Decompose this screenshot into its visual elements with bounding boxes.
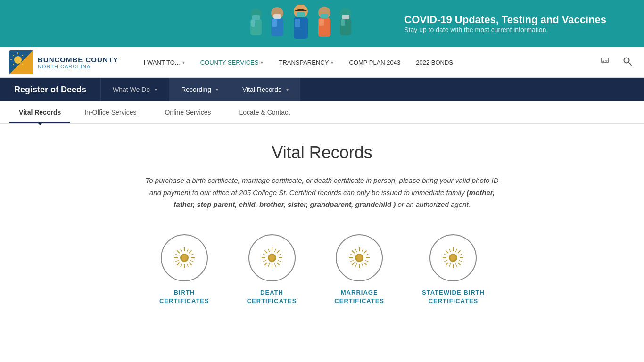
nav-icons: A 文: [598, 54, 635, 71]
svg-rect-6: [272, 19, 277, 27]
svg-line-68: [263, 254, 266, 255]
svg-line-66: [268, 263, 269, 267]
sub-menu-locate-contact[interactable]: Locate & Contact: [225, 101, 304, 123]
birth-cert-icon-circle: [161, 234, 208, 281]
nav-item-comp-plan[interactable]: COMP PLAN 2043: [342, 55, 407, 70]
nav-item-transparency[interactable]: TRANSPARENCY ▾: [272, 55, 340, 70]
covid-subtitle: Stay up to date with the most current in…: [404, 26, 606, 33]
svg-rect-19: [342, 15, 349, 19]
sub-menu-in-office-services[interactable]: In-Office Services: [70, 101, 150, 123]
svg-line-105: [449, 248, 451, 252]
svg-line-80: [362, 248, 363, 252]
secondary-navigation: Register of Deeds What We Do ▾ Recording…: [0, 78, 644, 101]
svg-line-84: [355, 263, 357, 267]
page-description: To purchase a birth certificate, marriag…: [145, 174, 499, 211]
chevron-down-icon: ▾: [261, 60, 263, 65]
svg-line-104: [444, 254, 447, 255]
svg-line-44: [187, 248, 188, 252]
svg-rect-7: [273, 14, 281, 19]
sec-nav-recording[interactable]: Recording ▾: [169, 78, 230, 101]
svg-line-37: [189, 250, 192, 253]
site-logo[interactable]: BUNCOMBE COUNTY NORTH CAROLINA: [9, 50, 118, 74]
svg-line-83: [362, 263, 363, 267]
covid-banner[interactable]: COVID-19 Updates, Testing and Vaccines S…: [0, 0, 644, 47]
svg-line-75: [364, 262, 367, 265]
svg-line-46: [190, 260, 193, 262]
sub-menu-online-services[interactable]: Online Services: [150, 101, 225, 123]
page-title: Vital Records: [9, 143, 635, 163]
svg-line-91: [458, 250, 461, 253]
svg-line-101: [456, 263, 457, 267]
svg-rect-15: [321, 14, 328, 18]
death-cert-icon-circle: [248, 234, 296, 281]
svg-line-69: [268, 248, 269, 252]
statewide-birth-certificates-card[interactable]: STATEWIDE BIRTH CERTIFICATES: [422, 234, 485, 305]
chevron-down-icon: ▾: [155, 87, 157, 92]
birth-cert-label: BIRTH CERTIFICATES: [159, 288, 209, 305]
svg-point-71: [269, 255, 275, 261]
sec-nav-vital-records[interactable]: Vital Records ▾: [230, 78, 300, 101]
statewide-birth-cert-label: STATEWIDE BIRTH CERTIFICATES: [422, 288, 485, 305]
svg-line-35: [629, 62, 632, 65]
svg-line-93: [458, 262, 461, 265]
birth-certificates-card[interactable]: BIRTH CERTIFICATES: [159, 234, 209, 305]
svg-line-98: [456, 248, 457, 252]
svg-line-61: [264, 250, 267, 253]
cards-row: BIRTH CERTIFICATES: [9, 234, 635, 305]
svg-line-51: [181, 248, 182, 252]
death-cert-seal-icon: [260, 246, 284, 270]
svg-point-53: [182, 255, 187, 261]
marriage-cert-icon-circle: [336, 234, 383, 281]
main-navigation: BUNCOMBE COUNTY NORTH CAROLINA I WANT TO…: [0, 47, 644, 78]
register-of-deeds-brand: Register of Deeds: [0, 78, 100, 101]
svg-line-81: [365, 254, 368, 255]
svg-point-89: [356, 255, 362, 261]
svg-line-55: [276, 250, 279, 253]
marriage-cert-seal-icon: [347, 246, 371, 270]
logo-image: [9, 50, 33, 74]
svg-rect-10: [295, 19, 300, 27]
svg-line-79: [352, 250, 355, 253]
svg-line-67: [263, 260, 266, 262]
logo-county: BUNCOMBE COUNTY: [38, 56, 118, 64]
svg-line-65: [274, 263, 276, 267]
statewide-birth-cert-seal-icon: [441, 246, 465, 270]
logo-text: BUNCOMBE COUNTY NORTH CAROLINA: [38, 56, 118, 69]
svg-line-77: [352, 262, 355, 265]
svg-text:A: A: [602, 59, 604, 63]
svg-line-63: [278, 254, 281, 255]
logo-state: NORTH CAROLINA: [38, 64, 118, 69]
translate-icon[interactable]: A 文: [598, 54, 613, 71]
search-icon[interactable]: [620, 54, 635, 71]
covid-title: COVID-19 Updates, Testing and Vaccines: [404, 14, 606, 26]
nav-item-2022-bonds[interactable]: 2022 BONDS: [409, 55, 460, 70]
svg-line-57: [276, 262, 279, 265]
svg-line-102: [449, 263, 451, 267]
svg-line-64: [278, 260, 281, 262]
covid-text-block[interactable]: COVID-19 Updates, Testing and Vaccines S…: [404, 14, 616, 33]
birth-cert-seal-icon: [173, 246, 196, 270]
death-cert-label: DEATH CERTIFICATES: [247, 288, 297, 305]
svg-line-59: [264, 262, 267, 265]
svg-line-45: [190, 254, 193, 255]
svg-point-107: [450, 255, 456, 261]
death-certificates-card[interactable]: DEATH CERTIFICATES: [247, 234, 297, 305]
nav-links: I WANT TO... ▾ COUNTY SERVICES ▾ TRANSPA…: [137, 55, 598, 70]
svg-line-82: [365, 260, 368, 262]
svg-line-41: [177, 262, 180, 265]
svg-line-99: [459, 254, 462, 255]
svg-rect-18: [341, 19, 345, 26]
svg-line-100: [459, 260, 462, 262]
banner-illustration: [242, 5, 374, 42]
sec-nav-what-we-do[interactable]: What We Do ▾: [100, 78, 169, 101]
nav-item-i-want-to[interactable]: I WANT TO... ▾: [137, 55, 191, 70]
chevron-down-icon: ▾: [182, 60, 185, 65]
svg-line-49: [175, 260, 179, 262]
sub-menu-vital-records[interactable]: Vital Records: [9, 101, 70, 123]
svg-line-73: [364, 250, 367, 253]
svg-line-95: [446, 262, 449, 265]
svg-line-43: [177, 250, 180, 253]
chevron-down-icon: ▾: [216, 87, 218, 92]
marriage-certificates-card[interactable]: MARRIAGE CERTIFICATES: [334, 234, 384, 305]
nav-item-county-services[interactable]: COUNTY SERVICES ▾: [194, 55, 270, 70]
